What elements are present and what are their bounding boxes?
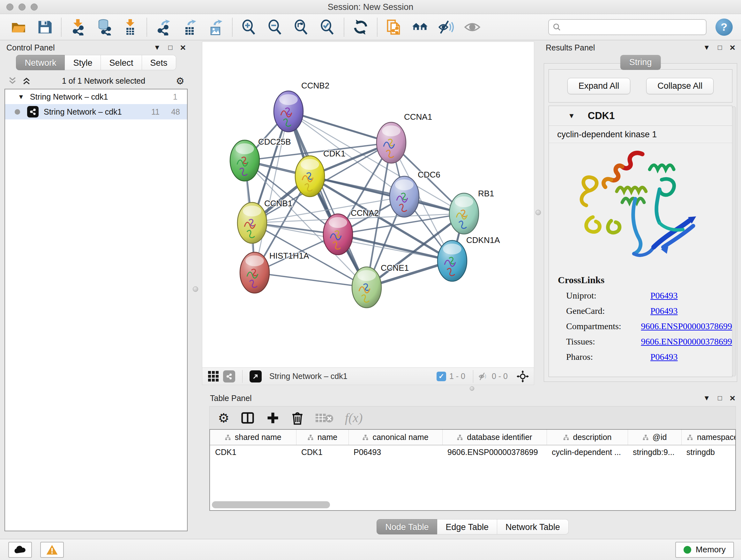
open-session-button[interactable]: [8, 17, 29, 37]
export-table-button[interactable]: [179, 17, 200, 37]
tab-string[interactable]: String: [620, 55, 661, 70]
column-header[interactable]: @id: [628, 430, 681, 445]
edge-HIST1H1A-CCNE1[interactable]: [255, 273, 367, 287]
import-database-button[interactable]: [94, 17, 114, 37]
zoom-in-button[interactable]: [239, 17, 259, 37]
grid-view-icon[interactable]: [208, 371, 219, 381]
show-all-button[interactable]: [462, 17, 482, 37]
column-header[interactable]: description: [547, 430, 628, 445]
export-network-button[interactable]: [153, 17, 174, 37]
control-panel-float-icon[interactable]: □: [168, 44, 172, 51]
column-header[interactable]: name: [296, 430, 348, 445]
zoom-out-button[interactable]: [265, 17, 285, 37]
table-cell[interactable]: 9606.ENSP00000378699: [442, 445, 547, 459]
network-list: ▼ String Network – cdk1 1 String Network…: [4, 89, 188, 531]
table-cell[interactable]: CDK1: [210, 445, 296, 459]
table-hscrollbar-thumb[interactable]: [212, 501, 330, 508]
table-cell[interactable]: CDK1: [296, 445, 348, 459]
results-panel-close-icon[interactable]: ×: [730, 43, 735, 52]
edge-CCNB2-HIST1H1A[interactable]: [255, 111, 288, 273]
crosslink-link[interactable]: 9606.ENSP00000378699: [641, 321, 732, 331]
column-header[interactable]: shared name: [210, 430, 296, 445]
expand-all-button[interactable]: Expand All: [567, 78, 630, 94]
tab-select[interactable]: Select: [101, 55, 142, 70]
expand-all-icon[interactable]: [22, 76, 31, 85]
columns-icon[interactable]: [240, 411, 255, 425]
cloud-button[interactable]: [8, 542, 32, 558]
help-button[interactable]: ?: [716, 18, 733, 36]
edge-CCNB2-CCNE1[interactable]: [288, 111, 367, 287]
delete-column-icon[interactable]: [291, 411, 304, 425]
search-input[interactable]: [564, 22, 702, 32]
tab-network[interactable]: Network: [16, 55, 65, 70]
export-image-button[interactable]: [205, 17, 226, 37]
first-neighbors-button[interactable]: [410, 17, 430, 37]
crosslink-link[interactable]: P06493: [650, 291, 678, 301]
toolbar-separator: [232, 18, 232, 37]
table-cell[interactable]: P06493: [348, 445, 442, 459]
export-table-icon: [181, 19, 198, 36]
crosslink-link[interactable]: P06493: [650, 306, 678, 316]
network-canvas[interactable]: CCNB2CCNA1CDC25BCDK1CDC6RB1CCNB1CCNA2HIS…: [202, 42, 534, 385]
node-highlight: [382, 125, 401, 136]
refresh-button[interactable]: [350, 17, 371, 37]
table-panel-float-icon[interactable]: □: [718, 395, 722, 401]
import-table-button[interactable]: [120, 17, 140, 37]
table-panel-menu-icon[interactable]: ▼: [703, 395, 710, 401]
import-network-button[interactable]: [68, 17, 88, 37]
collection-expander-icon[interactable]: ▼: [18, 93, 24, 101]
column-header[interactable]: namespace: [681, 430, 736, 445]
table-cell[interactable]: stringdb:9...: [628, 445, 681, 459]
table-settings-icon[interactable]: ⚙: [218, 411, 229, 425]
results-scrollbar[interactable]: [732, 106, 736, 376]
shared-column-icon: [563, 434, 569, 441]
tab-edge-table[interactable]: Edge Table: [437, 519, 497, 535]
network-options-gear-icon[interactable]: ⚙: [176, 75, 185, 86]
edge-CCNB2-CCNA1[interactable]: [288, 111, 391, 143]
crosslink-link[interactable]: P06493: [650, 352, 678, 362]
string-results-box: Expand All Collapse All ▼ CDK1 cyclin-de…: [544, 63, 737, 382]
add-column-icon[interactable]: [266, 411, 280, 425]
delete-table-icon[interactable]: [315, 412, 334, 424]
share-view-icon[interactable]: [223, 370, 235, 382]
table-panel-close-icon[interactable]: ×: [730, 393, 735, 403]
column-header[interactable]: canonical name: [348, 430, 442, 445]
network-graph[interactable]: CCNB2CCNA1CDC25BCDK1CDC6RB1CCNB1CCNA2HIS…: [202, 42, 534, 367]
tab-node-table[interactable]: Node Table: [377, 519, 437, 535]
left-splitter-handle[interactable]: [193, 287, 198, 292]
network-row[interactable]: String Network – cdk1 11 48: [5, 104, 187, 119]
function-builder-icon[interactable]: f(x): [345, 410, 363, 425]
warning-button[interactable]: [40, 542, 64, 558]
save-session-button[interactable]: [35, 17, 55, 37]
open-external-icon[interactable]: [250, 370, 262, 382]
clone-network-button[interactable]: [384, 17, 404, 37]
edge-CDK1-RB1[interactable]: [310, 176, 464, 213]
hide-selected-button[interactable]: [436, 17, 456, 37]
tab-network-table[interactable]: Network Table: [497, 519, 569, 535]
right-splitter-handle[interactable]: [536, 210, 541, 215]
results-panel-menu-icon[interactable]: ▼: [703, 44, 710, 51]
zoom-selected-button[interactable]: [317, 17, 338, 37]
zoom-fit-button[interactable]: [291, 17, 312, 37]
protein-expander-icon[interactable]: ▼: [568, 112, 575, 120]
collapse-all-icon[interactable]: [8, 76, 17, 85]
tab-sets[interactable]: Sets: [142, 55, 176, 70]
node-label-CCNB2: CCNB2: [301, 81, 329, 90]
search-box: [548, 19, 706, 35]
export-image-icon: [207, 19, 224, 36]
table-cell[interactable]: cyclin-dependent ...: [547, 445, 628, 459]
crosslink-link[interactable]: 9606.ENSP00000378699: [641, 336, 732, 347]
bottom-splitter-handle[interactable]: [470, 386, 474, 391]
column-header[interactable]: database identifier: [442, 430, 547, 445]
table-cell[interactable]: stringdb: [681, 445, 736, 459]
collapse-all-button[interactable]: Collapse All: [646, 78, 714, 94]
network-collection-row[interactable]: ▼ String Network – cdk1 1: [5, 89, 187, 104]
crosshair-icon[interactable]: [517, 370, 529, 382]
selected-checkbox[interactable]: ✓: [436, 372, 446, 381]
tab-style[interactable]: Style: [65, 55, 101, 70]
results-panel-float-icon[interactable]: □: [718, 44, 722, 51]
memory-button[interactable]: Memory: [675, 542, 734, 558]
protein-header[interactable]: ▼ CDK1: [549, 106, 732, 126]
control-panel-menu-icon[interactable]: ▼: [153, 44, 160, 51]
control-panel-close-icon[interactable]: ×: [180, 43, 186, 52]
